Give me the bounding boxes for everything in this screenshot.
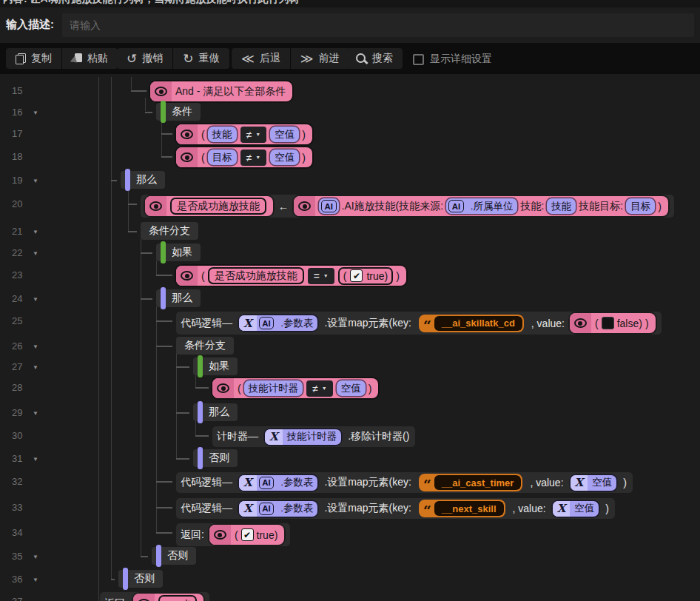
code-text: 返回: (104, 597, 128, 601)
tree-guide-line (98, 77, 99, 601)
branch-label[interactable]: 条件分支 (141, 222, 198, 240)
variable-pill[interactable]: X技能计时器 (265, 429, 341, 445)
branch-label[interactable]: 否则 (152, 547, 196, 565)
boolean-eye-toggle[interactable] (150, 81, 172, 101)
string-key-pill[interactable]: “__ai_cast_timer (419, 474, 523, 491)
expression-pill[interactable]: (目标≠▼空值) (176, 147, 312, 167)
operator-dropdown[interactable]: ≠▼ (306, 380, 333, 397)
statement-chip[interactable]: 是否成功施放技能←AI.AI施放技能(技能来源:AI.所属单位技能:技能技能目标… (141, 195, 674, 218)
boolean-eye-toggle[interactable] (176, 124, 198, 144)
string-key-pill[interactable]: “__ai_skillatk_cd (419, 315, 524, 332)
variable-pill[interactable]: 空值 (337, 380, 366, 396)
back-button[interactable]: ≪ 后退 (232, 48, 290, 69)
copy-button[interactable]: 复制 (6, 48, 61, 69)
expression-pill[interactable]: 是否成功施放技能 (145, 196, 273, 216)
search-button[interactable]: 搜索 (346, 48, 403, 69)
bool-checkbox[interactable] (602, 317, 614, 329)
variable-pill[interactable]: 目标 (626, 198, 655, 214)
operator-dropdown[interactable]: ≠▼ (240, 150, 267, 166)
branch-label[interactable]: 否则 (118, 570, 163, 588)
expression-pill[interactable]: And - 满足以下全部条件 (150, 81, 292, 101)
variable-pill[interactable]: 空值 (270, 127, 299, 142)
boolean-eye-toggle[interactable] (209, 525, 231, 545)
collapse-caret[interactable]: ▼ (33, 456, 38, 463)
collapse-caret[interactable]: ▼ (33, 554, 38, 560)
variable-pill[interactable]: XAI.参数表 (239, 501, 317, 517)
boolean-eye-toggle[interactable] (145, 196, 166, 216)
branch-label[interactable]: 否则 (193, 449, 238, 467)
variable-group[interactable]: result (158, 595, 197, 601)
variable-pill[interactable]: XAI.参数表 (239, 315, 317, 331)
operator-dropdown[interactable]: ≠▼ (240, 127, 267, 143)
variable-group[interactable]: 是否成功施放技能 (208, 267, 304, 284)
collapse-caret[interactable]: ▼ (33, 364, 38, 371)
variable-pill[interactable]: X空值 (571, 475, 617, 491)
boolean-eye-toggle[interactable] (212, 378, 234, 398)
bool-checkbox[interactable]: ✔ (241, 528, 254, 541)
boolean-eye-toggle[interactable] (133, 594, 155, 601)
description-input[interactable] (62, 13, 694, 37)
operator-dropdown[interactable]: =▼ (308, 268, 334, 284)
bool-literal-group[interactable]: (✔true) (338, 267, 393, 285)
collapse-caret[interactable]: ▼ (33, 410, 38, 417)
variable-pill[interactable]: 技能 (547, 198, 576, 214)
branch-label[interactable]: 条件分支 (176, 337, 234, 355)
branch-label[interactable]: 那么 (193, 403, 238, 421)
variable-group[interactable]: 是否成功施放技能 (170, 198, 266, 215)
expression-pill[interactable]: AI.AI施放技能(技能来源:AI.所属单位技能:技能技能目标:目标) (294, 196, 668, 216)
statement-chip[interactable]: 计时器—X技能计时器.移除计时器() (212, 426, 415, 447)
branch-label[interactable]: 如果 (193, 357, 238, 375)
collapse-caret[interactable]: ▼ (33, 250, 38, 257)
variable-pill[interactable]: 技能 (208, 127, 237, 142)
branch-label[interactable]: 条件 (156, 103, 201, 121)
variable-pill[interactable]: 目标 (208, 150, 237, 165)
boolean-eye-toggle[interactable] (570, 313, 591, 333)
forward-button[interactable]: ≫ 前进 (290, 48, 349, 69)
variable-pill[interactable]: 技能计时器 (244, 380, 303, 396)
collapse-caret[interactable]: ▼ (33, 229, 38, 235)
statement-chip[interactable]: 代码逻辑—XAI.参数表.设置map元素(key:“__next_skill, … (176, 498, 615, 519)
collapse-caret[interactable]: ▼ (33, 296, 38, 303)
variable-pill[interactable]: 空值 (270, 150, 299, 165)
tree-guide-line (131, 77, 132, 90)
collapse-caret[interactable]: ▼ (33, 178, 38, 184)
description-label: 输入描述: (6, 18, 54, 32)
variable-pill[interactable]: XAI.参数表 (239, 475, 317, 491)
branch-label[interactable]: 那么 (156, 289, 201, 307)
collapse-caret[interactable]: ▼ (33, 110, 38, 116)
expression-pill[interactable]: result (133, 594, 203, 601)
statement-chip[interactable]: 代码逻辑—XAI.参数表.设置map元素(key:“__ai_skillatk_… (176, 312, 662, 335)
statement-chip[interactable]: 返回:result (100, 592, 209, 601)
boolean-eye-toggle[interactable] (176, 266, 198, 286)
tree-row: 代码逻辑—XAI.参数表.设置map元素(key:“__ai_cast_time… (176, 472, 633, 493)
statement-chip[interactable]: 返回:(✔true) (176, 523, 290, 546)
back-label: 后退 (260, 52, 280, 65)
expression-pill[interactable]: (false)) (570, 313, 656, 333)
expression-pill[interactable]: (技能≠▼空值) (176, 124, 312, 144)
paste-button[interactable]: 粘贴 (61, 48, 118, 69)
collapse-caret[interactable]: ▼ (33, 343, 38, 350)
show-details-checkbox[interactable] (413, 54, 424, 65)
variable-pill[interactable]: AI.所属单位 (446, 198, 517, 214)
statement-chip[interactable]: 代码逻辑—XAI.参数表.设置map元素(key:“__ai_cast_time… (176, 472, 633, 493)
variable-pill[interactable]: AI (319, 198, 339, 214)
branch-label[interactable]: 如果 (156, 244, 201, 261)
line-number: 24 (12, 293, 22, 304)
redo-button[interactable]: ↻ 重做 (172, 48, 229, 69)
tree-connector (156, 532, 172, 534)
expression-pill[interactable]: (✔true) (209, 525, 284, 545)
boolean-eye-toggle[interactable] (176, 147, 198, 167)
expression-pill[interactable]: (技能计时器≠▼空值) (212, 378, 378, 398)
show-details-toggle[interactable]: 显示详细设置 (413, 53, 492, 66)
string-key-pill[interactable]: “__next_skill (419, 500, 505, 517)
code-text: 代码逻辑— (181, 502, 232, 515)
code-text: 代码逻辑— (181, 476, 232, 489)
branch-label[interactable]: 那么 (121, 171, 165, 189)
bool-checkbox[interactable]: ✔ (350, 269, 363, 282)
expression-pill[interactable]: (是否成功施放技能=▼(✔true)) (176, 266, 406, 286)
undo-button[interactable]: ↺ 撤销 (117, 48, 172, 69)
collapse-caret[interactable]: ▼ (33, 577, 38, 583)
variable-pill[interactable]: X空值 (553, 501, 599, 517)
code-text: .设置map元素(key: (324, 317, 411, 330)
boolean-eye-toggle[interactable] (294, 196, 315, 216)
